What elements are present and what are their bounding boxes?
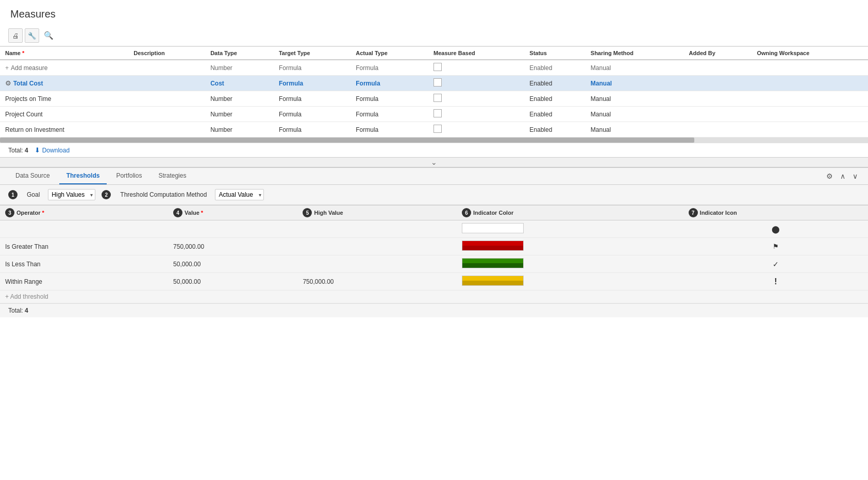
row-data-type: Cost bbox=[205, 76, 274, 91]
threshold-high-value bbox=[297, 255, 457, 273]
threshold-value: 750,000.00 bbox=[168, 238, 297, 255]
row-status: Enabled bbox=[524, 122, 585, 138]
row-name: Project Count bbox=[5, 111, 43, 118]
row-added-by bbox=[684, 91, 752, 107]
scrollbar-area[interactable] bbox=[0, 138, 868, 143]
download-icon: ⬇ bbox=[35, 146, 40, 154]
panel-total-label: Total: 4 bbox=[8, 307, 28, 314]
goal-select[interactable]: High ValuesLow Values bbox=[48, 189, 95, 200]
threshold-method-select[interactable]: Actual ValuePercentage bbox=[215, 189, 264, 200]
row-added-by bbox=[684, 76, 752, 91]
row-target-type: Formula bbox=[274, 76, 350, 91]
threshold-high-value bbox=[297, 238, 457, 255]
panel-footer: Total: 4 bbox=[0, 303, 868, 317]
tab-thresholds[interactable]: Thresholds bbox=[59, 168, 107, 184]
row-measure-based[interactable] bbox=[428, 107, 524, 122]
col-owning-workspace: Owning Workspace bbox=[752, 47, 868, 60]
threshold-icon: ⚑ bbox=[683, 238, 868, 255]
row-owning-workspace bbox=[752, 107, 868, 122]
col-data-type: Data Type bbox=[205, 47, 274, 60]
row-owning-workspace bbox=[752, 122, 868, 138]
row-added-by bbox=[684, 122, 752, 138]
threshold-value: 50,000.00 bbox=[168, 255, 297, 273]
row-name: Total Cost bbox=[13, 80, 43, 87]
row-status: Enabled bbox=[524, 76, 585, 91]
collapse-icon: ⌄ bbox=[431, 158, 437, 166]
tabs-bar: Data SourceThresholdsPortfoliosStrategie… bbox=[0, 168, 868, 185]
table-row[interactable]: Project CountNumberFormulaFormulaEnabled… bbox=[0, 107, 868, 122]
table-row[interactable]: ⚙ Total CostCostFormulaFormulaEnabledMan… bbox=[0, 76, 868, 91]
main-table-wrapper: Name * Description Data Type Target Type… bbox=[0, 46, 868, 138]
threshold-table-wrapper: 3Operator *4Value *5High Value6Indicator… bbox=[0, 205, 868, 303]
row-measure-based[interactable] bbox=[428, 91, 524, 107]
threshold-empty-row: ⬤ bbox=[0, 220, 868, 238]
badge-2: 2 bbox=[102, 190, 111, 199]
threshold-icon: ✓ bbox=[683, 255, 868, 273]
th-value: 4Value * bbox=[168, 205, 297, 220]
threshold-operator: Within Range bbox=[0, 273, 168, 290]
row-description bbox=[128, 107, 205, 122]
gear-tab-button[interactable]: ⚙ bbox=[824, 171, 835, 181]
toolbar: 🖨 🔧 🔍 bbox=[0, 25, 868, 46]
download-link[interactable]: ⬇ Download bbox=[35, 146, 70, 154]
row-description bbox=[128, 122, 205, 138]
threshold-row[interactable]: Is Greater Than750,000.00⚑ bbox=[0, 238, 868, 255]
threshold-operator: Is Greater Than bbox=[0, 238, 168, 255]
col-description: Description bbox=[128, 47, 205, 60]
col-actual-type: Actual Type bbox=[350, 47, 428, 60]
tab-strategies[interactable]: Strategies bbox=[151, 168, 193, 184]
row-status: Enabled bbox=[524, 107, 585, 122]
tab-portfolios[interactable]: Portfolios bbox=[109, 168, 149, 184]
table-row[interactable]: Projects on TimeNumberFormulaFormulaEnab… bbox=[0, 91, 868, 107]
col-name: Name * bbox=[0, 47, 128, 60]
threshold-high-value: 750,000.00 bbox=[297, 273, 457, 290]
tabs-right: ⚙ ∧ ∨ bbox=[824, 171, 860, 181]
search-button[interactable]: 🔍 bbox=[41, 28, 56, 43]
add-threshold-row[interactable]: + Add threshold bbox=[0, 290, 868, 303]
main-table: Name * Description Data Type Target Type… bbox=[0, 46, 868, 138]
wrench-button[interactable]: 🔧 bbox=[25, 28, 39, 43]
threshold-row[interactable]: Within Range50,000.00750,000.00! bbox=[0, 273, 868, 290]
row-sharing-method: Manual bbox=[586, 76, 684, 91]
threshold-value: 50,000.00 bbox=[168, 273, 297, 290]
threshold-color[interactable] bbox=[457, 255, 683, 273]
table-footer: Total: 4 ⬇ Download bbox=[0, 143, 868, 157]
add-measure-row[interactable]: +Add measure Number Formula Formula Enab… bbox=[0, 60, 868, 76]
row-sharing-method: Manual bbox=[586, 107, 684, 122]
panel-controls: 1 Goal High ValuesLow Values 2 Threshold… bbox=[0, 185, 868, 205]
th-operator: 3Operator * bbox=[0, 205, 168, 220]
threshold-color[interactable] bbox=[457, 273, 683, 290]
bottom-panel: Data SourceThresholdsPortfoliosStrategie… bbox=[0, 167, 868, 317]
page-title: Measures bbox=[0, 0, 868, 25]
print-button[interactable]: 🖨 bbox=[8, 28, 23, 43]
col-target-type: Target Type bbox=[274, 47, 350, 60]
row-sharing-method: Manual bbox=[586, 122, 684, 138]
row-status: Enabled bbox=[524, 91, 585, 107]
row-description bbox=[128, 76, 205, 91]
tab-data-source[interactable]: Data Source bbox=[8, 168, 57, 184]
row-owning-workspace bbox=[752, 91, 868, 107]
row-target-type: Formula bbox=[274, 122, 350, 138]
row-actual-type: Formula bbox=[350, 122, 428, 138]
collapse-down-button[interactable]: ∨ bbox=[850, 171, 860, 181]
row-name: Projects on Time bbox=[5, 95, 51, 102]
row-actual-type: Formula bbox=[350, 91, 428, 107]
collapse-bar[interactable]: ⌄ bbox=[0, 157, 868, 167]
row-actual-type: Formula bbox=[350, 107, 428, 122]
threshold-method-label: Threshold Computation Method bbox=[120, 191, 207, 198]
col-sharing-method: Sharing Method bbox=[586, 47, 684, 60]
threshold-row[interactable]: Is Less Than50,000.00✓ bbox=[0, 255, 868, 273]
row-measure-based[interactable] bbox=[428, 76, 524, 91]
row-name: Return on Investment bbox=[5, 126, 64, 133]
badge-1: 1 bbox=[8, 190, 18, 199]
row-actual-type: Formula bbox=[350, 76, 428, 91]
goal-select-wrapper: High ValuesLow Values bbox=[48, 189, 95, 200]
threshold-color[interactable] bbox=[457, 238, 683, 255]
row-measure-based[interactable] bbox=[428, 122, 524, 138]
table-row[interactable]: Return on InvestmentNumberFormulaFormula… bbox=[0, 122, 868, 138]
threshold-table: 3Operator *4Value *5High Value6Indicator… bbox=[0, 205, 868, 303]
total-label: Total: 4 bbox=[8, 147, 28, 154]
th-indicator-icon: 7Indicator Icon bbox=[683, 205, 868, 220]
collapse-up-button[interactable]: ∧ bbox=[838, 171, 847, 181]
row-owning-workspace bbox=[752, 76, 868, 91]
